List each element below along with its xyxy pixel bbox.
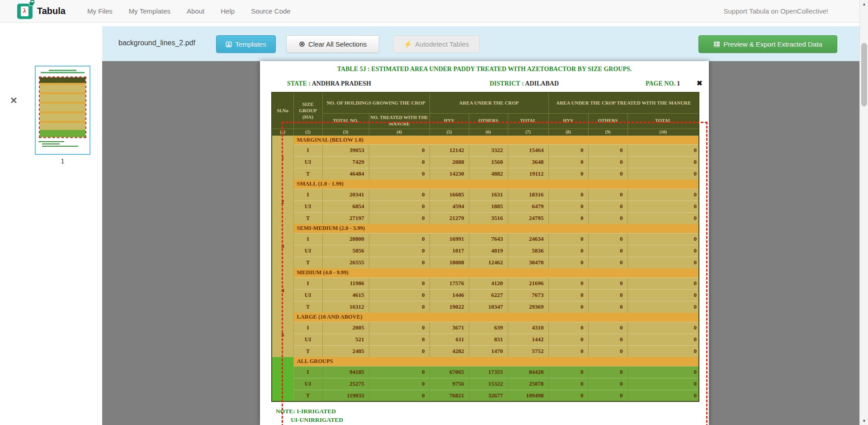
templates-button-label: Templates — [235, 40, 266, 48]
autodetect-button-label: Autodetect Tables — [415, 40, 469, 48]
thumb-notes — [38, 141, 85, 148]
note-line-2: UI-UNIRRIGATED — [291, 416, 343, 424]
header-area-group: AREA UNDER THE CROP — [429, 92, 548, 113]
page-thumbnail-sidebar: ✕ 1 — [0, 23, 102, 425]
document-filename: background_lines_2.pdf — [118, 39, 195, 47]
page-thumbnail[interactable] — [35, 66, 90, 155]
thumb-title-line — [49, 70, 77, 71]
clear-button-label: Clear All Selections — [308, 40, 367, 48]
clear-all-selections-button[interactable]: ⊗ Clear All Selections — [286, 35, 379, 53]
page-no-label: PAGE NO. — [646, 80, 675, 87]
templates-button[interactable]: Templates — [216, 35, 276, 53]
table-grid-icon — [713, 41, 720, 48]
page-no-line: PAGE NO. 1 — [646, 80, 680, 87]
pdf-page: TABLE 5J : ESTIMATED AREA UNDER PADDY TR… — [260, 61, 709, 425]
nav-item-my-files[interactable]: My Files — [79, 0, 121, 22]
table-notes: NOTE: I-IRRIGATED UI-UNIRRIGATED — [276, 408, 343, 424]
tabula-app: λ Tabula My Files My Templates About Hel… — [0, 0, 868, 425]
district-label: DISTRICT : — [490, 80, 524, 87]
lightning-icon: ⚡ — [404, 40, 412, 48]
remove-page-button[interactable]: ✕ — [10, 96, 18, 105]
nav-item-about[interactable]: About — [179, 0, 212, 22]
page-no-value: 1 — [677, 80, 680, 87]
thumb-table-header — [40, 77, 85, 83]
circle-x-icon: ⊗ — [299, 39, 305, 49]
window-scrollbar[interactable]: ▲ ▼ — [859, 0, 868, 425]
nav-item-help[interactable]: Help — [212, 0, 243, 22]
scrollbar-down-arrow[interactable]: ▼ — [860, 419, 868, 423]
table-selection-rectangle[interactable] — [282, 122, 708, 425]
scrollbar-up-arrow[interactable]: ▲ — [860, 2, 868, 6]
note-line-1: NOTE: I-IRRIGATED — [276, 408, 343, 415]
pdf-lambda-glyph: λ — [21, 7, 28, 14]
selection-close-icon[interactable]: ✖ — [697, 79, 703, 87]
pdf-table: Sl.No SIZE GROUP (HA) NO. OF HOLDINGS GR… — [271, 92, 699, 402]
nav-item-my-templates[interactable]: My Templates — [121, 0, 179, 22]
district-line: DISTRICT : ADILABAD — [490, 80, 559, 87]
preview-export-button[interactable]: Preview & Export Extracted Data — [698, 35, 837, 53]
header-treated-group: AREA UNDER THE CROP TREATED WITH THE MAN… — [548, 92, 699, 113]
state-value: ANDHRA PRADESH — [312, 80, 371, 87]
document-viewport: TABLE 5J : ESTIMATED AREA UNDER PADDY TR… — [102, 61, 859, 425]
table-title: TABLE 5J : ESTIMATED AREA UNDER PADDY TR… — [260, 66, 709, 73]
brand-title[interactable]: Tabula — [37, 6, 66, 16]
state-line: STATE : ANDHRA PRADESH — [287, 80, 371, 87]
autodetect-tables-button[interactable]: ⚡ Autodetect Tables — [393, 35, 480, 53]
navbar: λ Tabula My Files My Templates About Hel… — [0, 0, 868, 23]
export-button-label: Preview & Export Extracted Data — [723, 40, 822, 48]
thumb-table-rows — [40, 83, 85, 130]
state-label: STATE : — [287, 80, 311, 87]
toolbar: background_lines_2.pdf Templates ⊗ Clear… — [102, 26, 859, 61]
templates-icon — [226, 41, 232, 48]
tabula-logo-icon[interactable]: λ — [17, 4, 33, 19]
header-holdings-group: NO. OF HOLDINGS GROWING THE CROP — [322, 92, 429, 113]
scrollbar-thumb[interactable] — [861, 43, 867, 106]
nav-item-source-code[interactable]: Source Code — [243, 0, 299, 22]
thumb-table-selection — [39, 76, 86, 138]
district-value: ADILABAD — [525, 80, 559, 87]
thumb-table-green-rows — [40, 130, 85, 137]
support-link[interactable]: Support Tabula on OpenCollective! — [723, 7, 828, 15]
page-number-label: 1 — [35, 158, 90, 165]
thumb-subtitle-line — [41, 72, 85, 73]
lock-icon — [29, 2, 34, 6]
